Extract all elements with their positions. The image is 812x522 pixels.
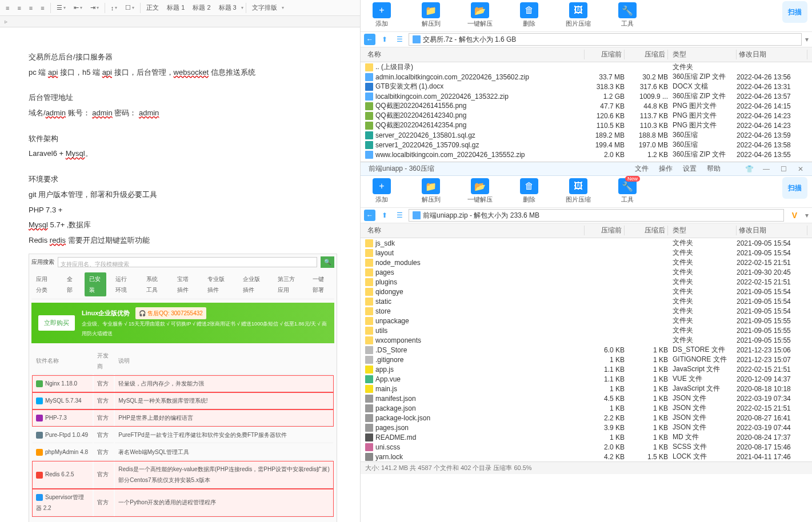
menu-settings[interactable]: 设置: [679, 164, 700, 174]
toolbar-解压到[interactable]: 📁解压到: [415, 178, 446, 204]
align-center-btn[interactable]: ≡: [14, 3, 24, 13]
file-row[interactable]: QQ截图20220426142354.png110.5 KB110.3 KBPN…: [361, 121, 812, 130]
style-h3[interactable]: 标题 3: [215, 2, 240, 13]
text-layout-btn[interactable]: 文字排版: [249, 2, 281, 13]
file-row[interactable]: node_modules文件夹2022-02-15 21:51: [361, 258, 812, 267]
style-normal[interactable]: 正文: [143, 2, 162, 13]
col-name[interactable]: 名称: [365, 50, 585, 59]
toolbar-解压到[interactable]: 📁解压到: [415, 2, 446, 28]
address-bar[interactable]: 交易所.7z - 解包大小为 1.6 GB: [409, 33, 802, 46]
up-button[interactable]: ⬆: [379, 210, 390, 221]
file-row[interactable]: App.vue1.1 KB1 KBVUE 文件2020-12-09 14:37: [361, 374, 812, 384]
file-row[interactable]: GTB安装文档 (1).docx318.3 KB317.6 KBDOCX 文檔2…: [361, 82, 812, 91]
up-button[interactable]: ⬆: [379, 34, 390, 45]
align-left-btn[interactable]: ≡: [2, 3, 13, 13]
category-nav: 应用分类全部已安装运行环境系统工具宝塔插件专业版插件企业版插件第三方应用一键部署: [31, 270, 334, 299]
toolbar-图片压缩[interactable]: 🖼图片压缩: [563, 2, 594, 28]
toolbar-图片压缩[interactable]: 🖼图片压缩: [563, 178, 594, 204]
file-row[interactable]: plugins文件夹2022-02-15 21:51: [361, 277, 812, 287]
border-btn[interactable]: ☐▾: [122, 3, 138, 13]
toolbar-添加[interactable]: +添加: [366, 178, 397, 204]
address-bar[interactable]: 前端uniapp.zip - 解包大小为 233.6 MB: [409, 209, 784, 222]
menu-op[interactable]: 操作: [655, 164, 676, 174]
app-search-label: 应用搜索: [31, 256, 54, 267]
list-view-icon[interactable]: ☰: [394, 34, 405, 45]
outdent-btn[interactable]: ⇥▾: [87, 3, 102, 13]
admin-line: 域名/admin 账号： admin 密码： admin: [29, 106, 331, 121]
embedded-screenshot: 应用搜索 支持应用名、字段模糊搜索 🔍 应用分类全部已安装运行环境系统工具宝塔插…: [29, 254, 337, 522]
archive-window-1: +添加📁解压到📂一键解压🗑删除🖼图片压缩🔧工具扫描 ← ⬆ ☰ 交易所.7z -…: [361, 0, 812, 159]
scan-button[interactable]: 扫描: [782, 1, 807, 23]
col-type[interactable]: 类型: [668, 226, 737, 235]
file-row[interactable]: layout文件夹2021-09-05 15:54: [361, 248, 812, 258]
col-after[interactable]: 压缩后: [625, 50, 668, 59]
file-row[interactable]: app.js1.1 KB1 KBJavaScript 文件2022-02-15 …: [361, 364, 812, 374]
file-row[interactable]: qidongye文件夹2021-09-05 15:54: [361, 287, 812, 296]
style-h2[interactable]: 标题 2: [189, 2, 214, 13]
col-name[interactable]: 名称: [365, 226, 585, 235]
close-button[interactable]: ✕: [794, 165, 807, 173]
nav-item: 一键部署: [308, 272, 334, 296]
file-row[interactable]: server_20220426_135801.sql.gz189.2 MB188…: [361, 130, 812, 140]
toolbar-删除[interactable]: 🗑删除: [514, 2, 545, 28]
file-row[interactable]: yarn.lock4.2 KB1.5 KBLOCK 文件2021-04-11 1…: [361, 452, 812, 461]
archive-window-2: 前端uniapp - 360压缩 文件 操作 设置 帮助 👕 — ☐ ✕ +添加…: [361, 162, 812, 474]
provider-badge[interactable]: V: [787, 211, 802, 220]
file-row[interactable]: admin.localbitkingcoin.com_20220426_1356…: [361, 72, 812, 82]
menu-help[interactable]: 帮助: [703, 164, 724, 174]
file-row[interactable]: .. (上级目录)文件夹: [361, 62, 812, 72]
document-body[interactable]: 交易所总后台/接口服务器 pc 端 api 接口，h5 端 api 接口，后台管…: [0, 27, 360, 522]
file-row[interactable]: uni.scss2.0 KB1 KBSCSS 文件2020-08-17 15:4…: [361, 442, 812, 452]
align-right-btn[interactable]: ≡: [26, 3, 36, 13]
wps-tab[interactable]: ▹: [0, 18, 12, 25]
file-row[interactable]: utils文件夹2021-09-05 15:55: [361, 326, 812, 335]
file-row[interactable]: wxcomponents文件夹2021-09-05 15:55: [361, 335, 812, 345]
file-row[interactable]: package.json1 KB1 KBJSON 文件2022-02-15 21…: [361, 403, 812, 413]
toolbar-添加[interactable]: +添加: [366, 2, 397, 28]
file-row[interactable]: README.md1 KB1 KBMD 文件2020-08-24 17:37: [361, 432, 812, 442]
file-row[interactable]: server1_20220426_135709.sql.gz199.4 MB19…: [361, 140, 812, 150]
file-row[interactable]: pages.json3.9 KB1 KBJSON 文件2022-03-19 07…: [361, 423, 812, 432]
toolbar-工具[interactable]: 🔧New工具: [612, 178, 643, 204]
file-row[interactable]: .gitignore1 KB1 KBGITIGNORE 文件2021-12-23…: [361, 355, 812, 364]
maximize-button[interactable]: ☐: [777, 165, 790, 173]
toolbar-一键解压[interactable]: 📂一键解压: [465, 2, 495, 28]
file-row[interactable]: .DS_Store6.0 KB1 KBDS_STORE 文件2021-12-23…: [361, 345, 812, 355]
file-row[interactable]: manifest.json4.5 KB1 KBJSON 文件2022-03-19…: [361, 393, 812, 403]
col-after[interactable]: 压缩后: [625, 226, 668, 235]
style-h1[interactable]: 标题 1: [163, 2, 188, 13]
align-justify-btn[interactable]: ≡: [37, 3, 47, 13]
file-row[interactable]: store文件夹2021-09-05 15:54: [361, 306, 812, 316]
list-view-icon[interactable]: ☰: [394, 210, 405, 221]
col-date[interactable]: 修改日期: [737, 226, 807, 235]
back-button[interactable]: ←: [364, 34, 375, 45]
toolbar-删除[interactable]: 🗑删除: [514, 178, 545, 204]
col-before[interactable]: 压缩前: [585, 50, 625, 59]
file-row[interactable]: pages文件夹2021-09-30 20:45: [361, 267, 812, 277]
wps-toolbar: ≡ ≡ ≡ ≡ ☰▾ ⇤▾ ⇥▾ ↕▾ ☐▾ 正文 标题 1 标题 2 标题 3…: [0, 0, 360, 16]
scan-button[interactable]: 扫描: [782, 177, 807, 199]
file-row[interactable]: QQ截图20220426142340.png120.6 KB113.7 KBPN…: [361, 111, 812, 121]
nav-item: 已安装: [85, 272, 106, 296]
toolbar-工具[interactable]: 🔧工具: [612, 2, 643, 28]
file-row[interactable]: package-lock.json2.2 KB1 KBJSON 文件2020-0…: [361, 413, 812, 423]
file-row[interactable]: www.localbitkingcoin.com_20220426_135552…: [361, 150, 812, 159]
line-height-btn[interactable]: ↕▾: [107, 3, 121, 13]
toolbar-一键解压[interactable]: 📂一键解压: [465, 178, 495, 204]
back-button[interactable]: ←: [364, 210, 375, 221]
minimize-button[interactable]: —: [759, 165, 773, 173]
file-row[interactable]: QQ截图20220426141556.png47.7 KB44.8 KBPNG …: [361, 101, 812, 111]
env-mysql: Mysql 5.7+ ,数据库: [29, 218, 331, 232]
file-row[interactable]: localbitkingcoin.com_20220426_135322.zip…: [361, 91, 812, 101]
file-row[interactable]: unpackage文件夹2021-09-05 15:55: [361, 316, 812, 326]
menu-file[interactable]: 文件: [631, 164, 652, 174]
skin-icon[interactable]: 👕: [742, 165, 756, 173]
col-before[interactable]: 压缩前: [585, 226, 625, 235]
file-row[interactable]: js_sdk文件夹2021-09-05 15:54: [361, 238, 812, 248]
list-btn[interactable]: ☰▾: [53, 3, 69, 13]
file-row[interactable]: static文件夹2021-09-05 15:54: [361, 296, 812, 306]
col-date[interactable]: 修改日期: [737, 50, 807, 59]
col-type[interactable]: 类型: [668, 50, 737, 59]
indent-btn[interactable]: ⇤▾: [70, 3, 86, 13]
file-row[interactable]: main.js1 KB1 KBJavaScript 文件2020-08-18 1…: [361, 384, 812, 393]
